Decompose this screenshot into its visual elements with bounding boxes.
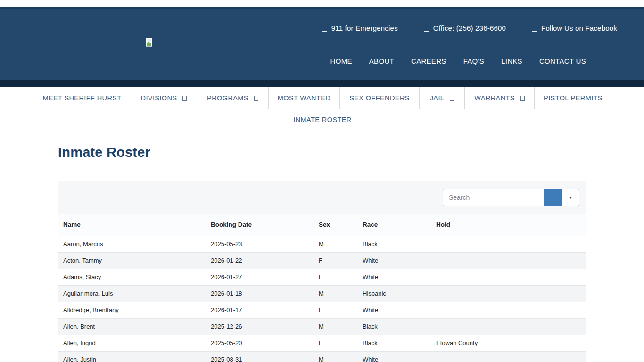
cell-booking-date: 2026-01-18 (206, 285, 314, 302)
cell-booking-date: 2026-01-27 (206, 269, 314, 285)
main-nav-careers[interactable]: CAREERS (411, 57, 446, 65)
contact-item-follow-us-on-facebook[interactable]: Follow Us on Facebook (532, 24, 617, 32)
search-button[interactable] (544, 189, 562, 206)
nav-item-jail[interactable]: JAIL (419, 87, 464, 109)
submenu-item-inmate-roster[interactable]: INMATE ROSTER (283, 109, 362, 131)
cell-name: Aguilar-mora, Luis (58, 285, 206, 302)
cell-hold (431, 252, 586, 269)
cell-race: White (358, 351, 431, 362)
page-title: Inmate Roster (58, 145, 586, 160)
cell-race: Black (358, 335, 431, 351)
contact-item-911-for-emergencies[interactable]: 911 for Emergencies (322, 24, 398, 32)
dropdown-caret-icon (450, 96, 454, 101)
search-input[interactable] (443, 189, 544, 206)
nav-item-programs[interactable]: PROGRAMS (197, 87, 268, 109)
nav-item-label: DIVISIONS (141, 94, 177, 102)
cell-booking-date: 2025-08-31 (206, 351, 314, 362)
missing-glyph-icon (322, 25, 327, 32)
table-row[interactable]: Allen, Justin2025-08-31MWhite (58, 351, 586, 362)
table-row[interactable]: Aguilar-mora, Luis2026-01-18MHispanic (58, 285, 586, 302)
column-header-name[interactable]: Name (58, 214, 206, 236)
table-row[interactable]: Alldredge, Brenttany2026-01-17FWhite (58, 302, 586, 318)
cell-sex: M (314, 285, 358, 302)
main-nav-faq-s[interactable]: FAQ'S (463, 57, 484, 65)
dropdown-caret-icon (520, 96, 525, 101)
table-row[interactable]: Acton, Tammy2026-01-22FWhite (58, 252, 586, 269)
table-header-row: NameBooking DateSexRaceHold (58, 214, 586, 236)
nav-item-meet-sheriff-hurst[interactable]: MEET SHERIFF HURST (33, 87, 131, 109)
table-row[interactable]: Adams, Stacy2026-01-27FWhite (58, 269, 586, 285)
cell-sex: F (314, 335, 358, 351)
main-nav-links[interactable]: LINKS (501, 57, 522, 65)
cell-sex: M (314, 351, 358, 362)
contact-item-label: 911 for Emergencies (331, 24, 398, 32)
main-nav-home[interactable]: HOME (330, 57, 352, 65)
header-contact-row: 911 for EmergenciesOffice: (256) 236-660… (322, 24, 617, 32)
nav-item-label: SEX OFFENDERS (349, 94, 410, 102)
cell-booking-date: 2025-05-23 (206, 236, 314, 252)
cell-race: Black (358, 318, 431, 335)
cell-name: Alldredge, Brenttany (58, 302, 206, 318)
header-divider-strip (0, 80, 644, 87)
table-row[interactable]: Aaron, Marcus2025-05-23MBlack (58, 236, 586, 252)
cell-race: White (358, 252, 431, 269)
nav-item-sex-offenders[interactable]: SEX OFFENDERS (339, 87, 419, 109)
cell-sex: F (314, 269, 358, 285)
cell-name: Adams, Stacy (58, 269, 206, 285)
nav-item-warrants[interactable]: WARRANTS (464, 87, 534, 109)
top-white-strip (0, 0, 644, 7)
table-toolbar (58, 181, 586, 214)
site-logo-broken-image-icon[interactable] (146, 38, 152, 47)
cell-race: Hispanic (358, 285, 431, 302)
site-header: 911 for EmergenciesOffice: (256) 236-660… (0, 7, 644, 80)
cell-hold (431, 302, 586, 318)
cell-sex: F (314, 252, 358, 269)
column-header-booking-date[interactable]: Booking Date (206, 214, 314, 236)
cell-hold (431, 351, 586, 362)
cell-booking-date: 2025-05-20 (206, 335, 314, 351)
cell-hold: Etowah County (431, 335, 586, 351)
cell-sex: F (314, 302, 358, 318)
contact-item-office-256-236-6600[interactable]: Office: (256) 236-6600 (424, 24, 506, 32)
main-nav: HOMEABOUTCAREERSFAQ'SLINKSCONTACT US (330, 57, 586, 65)
cell-name: Acton, Tammy (58, 252, 206, 269)
nav-item-label: WARRANTS (474, 94, 515, 102)
secondary-nav-row: MEET SHERIFF HURSTDIVISIONSPROGRAMSMOST … (33, 87, 644, 109)
cell-booking-date: 2026-01-17 (206, 302, 314, 318)
main-content: Inmate Roster NameBooking DateSexRaceHol… (0, 145, 644, 362)
nav-item-most-wanted[interactable]: MOST WANTED (268, 87, 339, 109)
inmate-roster-table: NameBooking DateSexRaceHold Aaron, Marcu… (58, 214, 586, 362)
cell-race: Black (358, 236, 431, 252)
nav-item-pistol-permits[interactable]: PISTOL PERMITS (534, 87, 611, 109)
cell-name: Allen, Justin (58, 351, 206, 362)
column-header-hold[interactable]: Hold (431, 214, 586, 236)
nav-item-label: MEET SHERIFF HURST (42, 94, 121, 102)
missing-glyph-icon (424, 25, 429, 32)
column-header-race[interactable]: Race (358, 214, 431, 236)
main-nav-contact-us[interactable]: CONTACT US (539, 57, 586, 65)
nav-item-divisions[interactable]: DIVISIONS (131, 87, 197, 109)
cell-name: Allen, Ingrid (58, 335, 206, 351)
nav-item-label: PROGRAMS (207, 94, 248, 102)
cell-hold (431, 236, 586, 252)
cell-booking-date: 2025-12-26 (206, 318, 314, 335)
chevron-down-icon (569, 197, 572, 199)
nav-item-label: JAIL (430, 94, 445, 102)
nav-item-label: MOST WANTED (278, 94, 330, 102)
cell-name: Allen, Brent (58, 318, 206, 335)
dropdown-caret-icon (254, 96, 258, 101)
search-options-dropdown-button[interactable] (562, 189, 579, 206)
table-row[interactable]: Allen, Ingrid2025-05-20FBlackEtowah Coun… (58, 335, 586, 351)
main-nav-about[interactable]: ABOUT (369, 57, 394, 65)
secondary-nav: MEET SHERIFF HURSTDIVISIONSPROGRAMSMOST … (0, 87, 644, 131)
cell-name: Aaron, Marcus (58, 236, 206, 252)
cell-booking-date: 2026-01-22 (206, 252, 314, 269)
roster-panel: NameBooking DateSexRaceHold Aaron, Marcu… (58, 181, 586, 362)
cell-hold (431, 318, 586, 335)
contact-item-label: Office: (256) 236-6600 (433, 24, 506, 32)
missing-glyph-icon (532, 25, 537, 32)
column-header-sex[interactable]: Sex (314, 214, 358, 236)
cell-race: White (358, 302, 431, 318)
table-row[interactable]: Allen, Brent2025-12-26MBlack (58, 318, 586, 335)
cell-hold (431, 285, 586, 302)
